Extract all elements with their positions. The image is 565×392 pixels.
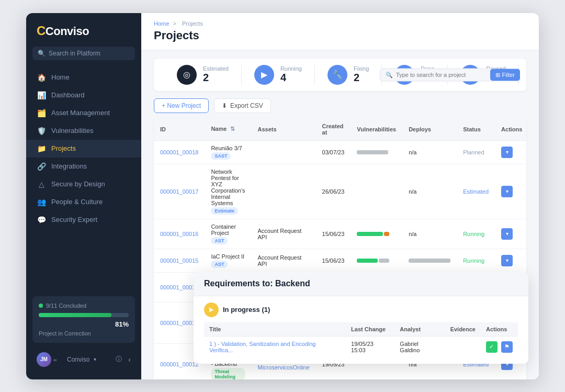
- req-col-title: Title: [204, 322, 346, 337]
- progress-card: 9/11 Concluded 81% Project in Correction: [32, 296, 135, 343]
- sort-icon: ⇅: [230, 126, 235, 132]
- filter-button[interactable]: ⊞ Filter: [490, 69, 520, 81]
- export-icon: ⬇: [222, 102, 227, 109]
- status-card-estimated: ◎ Estimated 2: [164, 65, 242, 85]
- people-icon: 👥: [37, 198, 46, 206]
- status-bar: ◎ Estimated 2 ▶ Running 4 🔧: [154, 59, 526, 91]
- sidebar-item-label: Integrations: [51, 162, 87, 170]
- sidebar-item-asset-management[interactable]: 🗂️ Asset Management: [26, 104, 141, 122]
- info-icon[interactable]: ⓘ: [116, 355, 122, 364]
- sidebar-item-home[interactable]: 🏠 Home: [26, 69, 141, 86]
- main-header: Home > Projects Projects: [141, 13, 539, 50]
- filter-icon: ⊞: [495, 71, 500, 78]
- status-card-fixing: 🔧 Fixing 2: [315, 65, 382, 85]
- row-action-btn[interactable]: ▾: [501, 147, 513, 158]
- row-badge: AST: [211, 237, 228, 244]
- sidebar-item-label: Security Expert: [51, 216, 97, 223]
- search-icon-top: 🔍: [386, 71, 393, 78]
- row-action-btn[interactable]: ▾: [501, 228, 513, 240]
- table-toolbar: + New Project ⬇ Export CSV: [154, 98, 526, 113]
- export-csv-button[interactable]: ⬇ Export CSV: [214, 98, 271, 113]
- requirements-table: Title Last Change Analyst Evidence Actio…: [204, 322, 518, 357]
- req-check-button[interactable]: ✓: [486, 341, 498, 353]
- progress-bar-fill: [39, 313, 111, 317]
- in-progress-icon: ▶: [204, 303, 219, 317]
- new-project-button[interactable]: + New Project: [154, 98, 209, 113]
- sidebar-item-label: Vulnerabilities: [51, 127, 93, 135]
- triangle-icon: △: [37, 180, 46, 188]
- sidebar-search-container[interactable]: 🔍: [32, 47, 135, 60]
- progress-bar-bg: [39, 313, 129, 317]
- row-badge: Threat Modeling: [211, 368, 245, 379]
- sidebar-item-integrations[interactable]: 🔗 Integrations: [26, 158, 141, 175]
- breadcrumb-home[interactable]: Home: [154, 20, 169, 27]
- col-vulnerabilities: Vulnerabilities: [351, 118, 402, 141]
- col-status: Status: [457, 118, 495, 141]
- row-id: 000001_00017: [154, 164, 205, 219]
- page-title: Projects: [154, 29, 526, 42]
- table-row: 000001_00018 Reunião 3/7 SAST 03/07/23: [154, 140, 526, 164]
- sidebar-item-label: People & Culture: [51, 198, 103, 206]
- req-col-actions: Actions: [481, 322, 518, 337]
- req-table-header: Title Last Change Analyst Evidence Actio…: [204, 322, 518, 337]
- requirements-overlay: Requirements to: Backend ▶ In progress (…: [194, 272, 528, 364]
- breadcrumb: Home > Projects: [154, 20, 526, 27]
- sidebar-item-label: Projects: [51, 144, 76, 152]
- sidebar-item-people-culture[interactable]: 👥 People & Culture: [26, 193, 141, 211]
- col-created: Created at: [316, 118, 351, 141]
- status-card-running: ▶ Running 4: [242, 65, 315, 85]
- req-flag-button[interactable]: ⚑: [501, 341, 513, 353]
- row-name: IaC Project II AST: [205, 249, 251, 272]
- req-col-evidence: Evidence: [445, 322, 481, 337]
- col-id: ID: [154, 118, 205, 141]
- row-name: Container Project AST: [205, 219, 251, 249]
- row-status: Running: [463, 231, 484, 237]
- req-col-analyst: Analyst: [394, 322, 445, 337]
- asset-icon: 🗂️: [37, 109, 46, 117]
- sidebar-item-label: Secure by Design: [51, 180, 105, 188]
- fixing-count: 2: [354, 72, 369, 84]
- sidebar-search-input[interactable]: [49, 50, 130, 57]
- sidebar-item-label: Asset Management: [51, 109, 110, 117]
- row-badge: Estimate: [211, 207, 238, 215]
- estimated-label: Estimated: [203, 65, 229, 72]
- sidebar-item-dashboard[interactable]: 📊 Dashboard: [26, 86, 141, 104]
- running-label: Running: [280, 65, 302, 72]
- app-container: CConviso 🔍 🏠 Home 📊 Dashboard 🗂️ Asset M…: [26, 13, 539, 379]
- req-row-actions: ✓ ⚑: [481, 336, 518, 357]
- search-icon: 🔍: [38, 50, 46, 57]
- home-icon: 🏠: [37, 73, 46, 82]
- logo-icon: C: [37, 24, 46, 38]
- in-progress-label: In progress (1): [223, 306, 270, 313]
- user-row: JM ∞ Conviso ▾ ⓘ ‹: [32, 348, 135, 371]
- table-header-row: ID Name ⇅ Assets Created at Vulnerabilit…: [154, 118, 526, 141]
- sidebar-item-vulnerabilities[interactable]: 🛡️ Vulnerabilities: [26, 122, 141, 140]
- link-icon: 🔗: [37, 162, 46, 171]
- row-status: Running: [463, 257, 484, 264]
- col-assets: Assets: [252, 118, 316, 141]
- row-action-btn[interactable]: ▾: [501, 186, 513, 197]
- sidebar-item-projects[interactable]: 📁 Projects: [26, 140, 141, 158]
- project-search-bar[interactable]: 🔍: [380, 68, 495, 81]
- chevron-left-icon[interactable]: ‹: [128, 355, 131, 364]
- running-count: 4: [280, 72, 302, 84]
- sidebar-item-security-expert[interactable]: 💬 Security Expert: [26, 211, 141, 229]
- chat-icon: 💬: [37, 216, 46, 224]
- dashboard-icon: 📊: [37, 91, 46, 99]
- progress-concluded: 9/11 Concluded: [46, 303, 86, 309]
- table-row: 000001_00017 Network Pentest for XYZ Cor…: [154, 164, 526, 219]
- user-name: Conviso: [67, 356, 89, 363]
- row-name: Reunião 3/7 SAST: [205, 140, 251, 164]
- table-row: 000001_00016 Container Project AST Accou…: [154, 219, 526, 249]
- req-row-evidence: [445, 336, 481, 357]
- row-name: Network Pentest for XYZ Corporation's In…: [205, 164, 251, 219]
- project-search-input[interactable]: [396, 72, 489, 78]
- sidebar-logo: CConviso: [26, 13, 141, 47]
- row-action-btn[interactable]: ▾: [501, 255, 513, 266]
- sidebar-item-secure-by-design[interactable]: △ Secure by Design: [26, 175, 141, 193]
- col-name[interactable]: Name ⇅: [205, 118, 251, 141]
- table-row: 000001_00015 IaC Project II AST Account …: [154, 249, 526, 272]
- sidebar-bottom: 9/11 Concluded 81% Project in Correction…: [26, 296, 141, 371]
- row-id: 000001_00016: [154, 219, 205, 249]
- req-col-lastchange: Last Change: [346, 322, 394, 337]
